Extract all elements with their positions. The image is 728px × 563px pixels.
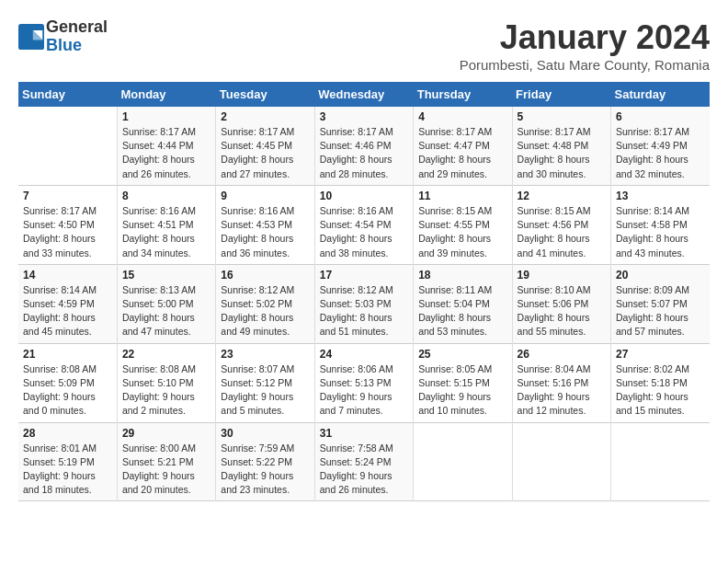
logo-general: General: [46, 18, 108, 37]
calendar-cell: 23Sunrise: 8:07 AMSunset: 5:12 PMDayligh…: [216, 343, 314, 422]
day-header-wednesday: Wednesday: [314, 82, 413, 107]
calendar-title: January 2024: [460, 18, 710, 57]
day-number: 27: [616, 348, 705, 361]
day-info: Sunrise: 8:04 AMSunset: 5:16 PMDaylight:…: [518, 362, 606, 419]
calendar-cell: 16Sunrise: 8:12 AMSunset: 5:02 PMDayligh…: [216, 264, 314, 343]
day-number: 25: [418, 348, 506, 361]
day-number: 11: [418, 190, 506, 202]
calendar-cell: 30Sunrise: 7:59 AMSunset: 5:22 PMDayligh…: [216, 422, 314, 501]
day-info: Sunrise: 8:01 AMSunset: 5:19 PMDaylight:…: [23, 442, 112, 498]
calendar-cell: [512, 422, 610, 501]
day-number: 19: [518, 269, 606, 282]
day-info: Sunrise: 8:16 AMSunset: 4:54 PMDaylight:…: [320, 204, 408, 260]
day-info: Sunrise: 8:08 AMSunset: 5:09 PMDaylight:…: [23, 362, 112, 419]
day-number: 21: [23, 348, 112, 361]
day-info: Sunrise: 8:00 AMSunset: 5:21 PMDaylight:…: [122, 442, 210, 498]
calendar-cell: 21Sunrise: 8:08 AMSunset: 5:09 PMDayligh…: [18, 343, 117, 422]
day-info: Sunrise: 8:15 AMSunset: 4:56 PMDaylight:…: [518, 204, 606, 260]
calendar-cell: [414, 422, 512, 501]
day-info: Sunrise: 8:02 AMSunset: 5:18 PMDaylight:…: [616, 362, 705, 419]
day-header-sunday: Sunday: [18, 82, 117, 107]
logo-icon: [18, 24, 44, 50]
week-row-4: 21Sunrise: 8:08 AMSunset: 5:09 PMDayligh…: [18, 343, 710, 422]
day-number: 13: [616, 190, 705, 202]
calendar-cell: 15Sunrise: 8:13 AMSunset: 5:00 PMDayligh…: [117, 264, 215, 343]
day-number: 4: [418, 110, 506, 123]
day-info: Sunrise: 8:05 AMSunset: 5:15 PMDaylight:…: [418, 362, 506, 419]
calendar-cell: 18Sunrise: 8:11 AMSunset: 5:04 PMDayligh…: [414, 264, 512, 343]
day-info: Sunrise: 8:14 AMSunset: 4:58 PMDaylight:…: [616, 204, 705, 260]
logo-text: General Blue: [46, 18, 108, 55]
day-number: 14: [23, 269, 112, 282]
calendar-cell: 3Sunrise: 8:17 AMSunset: 4:46 PMDaylight…: [314, 107, 413, 185]
calendar-cell: [18, 107, 117, 185]
day-number: 2: [221, 110, 309, 123]
day-info: Sunrise: 8:16 AMSunset: 4:53 PMDaylight:…: [221, 204, 309, 260]
day-number: 23: [221, 348, 309, 361]
week-row-3: 14Sunrise: 8:14 AMSunset: 4:59 PMDayligh…: [18, 264, 710, 343]
day-header-saturday: Saturday: [611, 82, 710, 107]
calendar-cell: 10Sunrise: 8:16 AMSunset: 4:54 PMDayligh…: [314, 185, 413, 264]
title-block: January 2024 Porumbesti, Satu Mare Count…: [460, 18, 710, 73]
day-header-friday: Friday: [512, 82, 610, 107]
day-info: Sunrise: 8:08 AMSunset: 5:10 PMDaylight:…: [122, 362, 210, 419]
day-number: 26: [518, 348, 606, 361]
calendar-cell: 8Sunrise: 8:16 AMSunset: 4:51 PMDaylight…: [117, 185, 215, 264]
day-number: 5: [518, 110, 606, 123]
day-header-monday: Monday: [117, 82, 215, 107]
day-number: 16: [221, 269, 309, 282]
day-info: Sunrise: 8:17 AMSunset: 4:44 PMDaylight:…: [122, 125, 210, 181]
day-info: Sunrise: 7:58 AMSunset: 5:24 PMDaylight:…: [320, 442, 408, 498]
day-number: 17: [320, 269, 408, 282]
day-number: 22: [122, 348, 210, 361]
calendar-cell: 12Sunrise: 8:15 AMSunset: 4:56 PMDayligh…: [512, 185, 610, 264]
calendar-cell: 27Sunrise: 8:02 AMSunset: 5:18 PMDayligh…: [611, 343, 710, 422]
day-number: 12: [518, 190, 606, 202]
day-info: Sunrise: 8:13 AMSunset: 5:00 PMDaylight:…: [122, 283, 210, 339]
calendar-cell: [611, 422, 710, 501]
calendar-cell: 6Sunrise: 8:17 AMSunset: 4:49 PMDaylight…: [611, 107, 710, 185]
day-number: 7: [23, 190, 112, 202]
week-row-5: 28Sunrise: 8:01 AMSunset: 5:19 PMDayligh…: [18, 422, 710, 501]
calendar-subtitle: Porumbesti, Satu Mare County, Romania: [460, 57, 710, 73]
calendar-header: SundayMondayTuesdayWednesdayThursdayFrid…: [18, 82, 710, 107]
day-info: Sunrise: 8:17 AMSunset: 4:47 PMDaylight:…: [418, 125, 506, 181]
day-number: 30: [221, 427, 309, 440]
day-info: Sunrise: 8:12 AMSunset: 5:02 PMDaylight:…: [221, 283, 309, 339]
calendar-cell: 20Sunrise: 8:09 AMSunset: 5:07 PMDayligh…: [611, 264, 710, 343]
calendar-cell: 22Sunrise: 8:08 AMSunset: 5:10 PMDayligh…: [117, 343, 215, 422]
day-number: 3: [320, 110, 408, 123]
day-info: Sunrise: 8:10 AMSunset: 5:06 PMDaylight:…: [518, 283, 606, 339]
day-number: 9: [221, 190, 309, 202]
day-number: 10: [320, 190, 408, 202]
week-row-2: 7Sunrise: 8:17 AMSunset: 4:50 PMDaylight…: [18, 185, 710, 264]
calendar-cell: 28Sunrise: 8:01 AMSunset: 5:19 PMDayligh…: [18, 422, 117, 501]
calendar-cell: 24Sunrise: 8:06 AMSunset: 5:13 PMDayligh…: [314, 343, 413, 422]
day-number: 6: [616, 110, 705, 123]
day-info: Sunrise: 8:11 AMSunset: 5:04 PMDaylight:…: [418, 283, 506, 339]
calendar-cell: 1Sunrise: 8:17 AMSunset: 4:44 PMDaylight…: [117, 107, 215, 185]
day-info: Sunrise: 8:17 AMSunset: 4:49 PMDaylight:…: [616, 125, 705, 181]
calendar-cell: 26Sunrise: 8:04 AMSunset: 5:16 PMDayligh…: [512, 343, 610, 422]
day-header-tuesday: Tuesday: [216, 82, 314, 107]
day-number: 18: [418, 269, 506, 282]
calendar-cell: 19Sunrise: 8:10 AMSunset: 5:06 PMDayligh…: [512, 264, 610, 343]
day-number: 20: [616, 269, 705, 282]
day-number: 28: [23, 427, 112, 440]
logo: General Blue: [18, 18, 108, 55]
day-info: Sunrise: 8:15 AMSunset: 4:55 PMDaylight:…: [418, 204, 506, 260]
day-number: 31: [320, 427, 408, 440]
calendar-cell: 31Sunrise: 7:58 AMSunset: 5:24 PMDayligh…: [314, 422, 413, 501]
day-info: Sunrise: 8:16 AMSunset: 4:51 PMDaylight:…: [122, 204, 210, 260]
day-info: Sunrise: 8:09 AMSunset: 5:07 PMDaylight:…: [616, 283, 705, 339]
calendar-table: SundayMondayTuesdayWednesdayThursdayFrid…: [18, 82, 710, 501]
day-info: Sunrise: 8:06 AMSunset: 5:13 PMDaylight:…: [320, 362, 408, 419]
calendar-cell: 4Sunrise: 8:17 AMSunset: 4:47 PMDaylight…: [414, 107, 512, 185]
day-info: Sunrise: 8:17 AMSunset: 4:48 PMDaylight:…: [518, 125, 606, 181]
day-number: 8: [122, 190, 210, 202]
calendar-cell: 2Sunrise: 8:17 AMSunset: 4:45 PMDaylight…: [216, 107, 314, 185]
calendar-cell: 13Sunrise: 8:14 AMSunset: 4:58 PMDayligh…: [611, 185, 710, 264]
day-number: 24: [320, 348, 408, 361]
calendar-cell: 14Sunrise: 8:14 AMSunset: 4:59 PMDayligh…: [18, 264, 117, 343]
day-header-thursday: Thursday: [414, 82, 512, 107]
